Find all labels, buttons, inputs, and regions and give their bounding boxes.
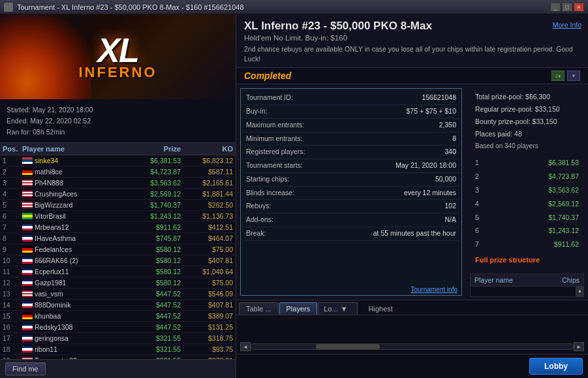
right-table-scrollbar[interactable]: ▲ ▼ [576,287,583,297]
ko-cell: $131.25 [181,323,233,331]
scroll-left-arrow[interactable]: ◄ [240,342,251,351]
details-table: Tournament ID: 156621048 Buy-in: $75 + $… [241,89,461,284]
fire-decoration [0,14,91,99]
more-info-link[interactable]: More Info [553,21,581,29]
detail-value: 102 [444,201,456,212]
prize-mini-row: 6 $1,243.12 [475,224,579,238]
name-cell: VitorBrasil [22,212,129,220]
table-row[interactable]: 17 geringonsa $321.55 $318.75 [0,333,236,344]
tab-players[interactable]: Players [279,302,318,315]
close-button[interactable]: ✕ [574,3,584,12]
ran-for: Ran for: 08h 52min [7,127,229,138]
table-row[interactable]: 4 CrushingAces $2,569.12 $1,881.44 [0,189,236,200]
table-row[interactable]: 6 VitorBrasil $1,243.12 $1,136.73 [0,211,236,222]
total-prize: Total prize-pool: $66,300 [475,91,579,103]
tournament-info-link[interactable]: Tournament info [241,284,461,295]
prize-mini-row: 1 $6,381.53 [475,156,579,170]
pos-cell: 14 [3,301,22,309]
header-prize: Prize [129,145,181,153]
horizontal-scrollbar[interactable]: ◄ ► [236,339,588,354]
detail-value: 50,000 [435,174,456,185]
table-row[interactable]: 10 666RAK66 (2) $580.12 $407.81 [0,255,236,266]
name-cell: ribon11 [22,345,129,353]
name-cell: 888Dominik [22,301,129,309]
window-controls[interactable]: _ □ ✕ [550,3,584,12]
detail-label: Registered players: [246,147,305,157]
player-name: Ph4N888 [35,179,63,187]
flag-icon [22,246,33,253]
prize-cell: $6,381.53 [129,157,181,165]
ko-cell: $546.09 [181,290,233,298]
ko-cell: $412.51 [181,223,233,231]
ko-cell: $75.00 [181,245,233,253]
h-scroll-track[interactable] [251,343,574,350]
detail-label: Starting chips: [246,174,290,185]
table-row[interactable]: 3 Ph4N888 $3,563.62 $2,165.61 [0,178,236,189]
left-panel: XL INFERNO Started: May 21, 2020 18:00 E… [0,14,236,378]
name-cell: mathi8ce [22,168,129,176]
scroll-right-arrow[interactable]: ► [574,342,584,351]
player-name: VitorBrasil [35,212,66,220]
tab-table[interactable]: Table ... [239,302,279,315]
ko-cell: $6,823.12 [181,157,233,165]
name-cell: Ecperlux11 [22,268,129,276]
scroll-down-arrow[interactable]: ▼ [576,296,583,297]
player-name: Redsky1308 [35,323,72,331]
pos-cell: 9 [3,245,22,253]
detail-row: Starting chips: 50,000 [243,173,459,187]
pos-cell: 6 [3,212,22,220]
tabs-bar: Table ... Players Lo... ▼ Highest [236,300,588,315]
prize-amount: $1,740.37 [548,212,579,224]
table-row[interactable]: 16 Redsky1308 $447.52 $131.25 [0,322,236,333]
table-row[interactable]: 12 Gazp1981 $580.12 $75.00 [0,277,236,289]
maximize-button[interactable]: □ [562,3,572,12]
prize-cell: $447.52 [129,301,181,309]
ended-date: Ended: May 22, 2020 02:52 [7,116,229,127]
ko-cell: $318.75 [181,334,233,342]
table-row[interactable]: 18 ribon11 $321.55 $93.75 [0,344,236,355]
table-row[interactable]: 8 IHaveAsthma $745.87 $464.07 [0,233,236,244]
table-row[interactable]: 9 FedelanIces $580.12 $75.00 [0,244,236,255]
table-row[interactable]: 1 sinke34 $6,381.53 $6,823.12 [0,155,236,166]
name-cell: khunbaa [22,312,129,320]
table-row[interactable]: 2 mathi8ce $4,723.87 $587.11 [0,166,236,178]
name-cell: Gazp1981 [22,279,129,287]
pos-cell: 11 [3,268,22,276]
lobby-button[interactable]: Lobby [529,358,583,375]
ko-cell: $407.81 [181,301,233,309]
prize-cell: $580.12 [129,279,181,287]
table-row[interactable]: 5 BigWizzzard $1,740.37 $262.50 [0,200,236,211]
players-table-body[interactable]: 1 sinke34 $6,381.53 $6,823.12 2 mathi8ce… [0,155,236,359]
header-pos: Pos. [3,145,22,153]
pos-cell: 2 [3,168,22,176]
minimize-button[interactable]: _ [550,3,561,12]
table-row[interactable]: 14 888Dominik $447.52 $407.81 [0,300,236,311]
prize-cell: $321.55 [129,334,181,342]
flag-icon [22,279,33,286]
ko-cell: $93.75 [181,345,233,353]
scroll-up-arrow[interactable]: ▲ [576,287,583,296]
flag-icon [22,202,33,208]
right-info: Total prize-pool: $66,300 Regular prize-… [466,84,588,300]
ko-cell: $389.07 [181,312,233,320]
table-row[interactable]: 15 khunbaa $447.52 $389.07 [0,311,236,322]
table-row[interactable]: 13 vasi_vsm $447.52 $546.09 [0,289,236,300]
detail-row: Buy-in: $75 + $75 + $10 [243,105,459,119]
player-name: FedelanIces [35,245,72,253]
detail-label: Rebuys: [246,201,271,212]
middle-section: Tournament ID: 156621048 Buy-in: $75 + $… [236,84,588,300]
tab-lo-dropdown[interactable]: Lo... ▼ [318,302,357,315]
find-me-button[interactable]: Find me [5,362,46,375]
player-name: Ecperlux11 [35,268,69,276]
table-row[interactable]: 11 Ecperlux11 $580.12 $1,040.64 [0,266,236,277]
table-row[interactable]: 7 Mrbeans12 $911.62 $412.51 [0,222,236,233]
status-row: Completed 2♦ ▼ [236,68,588,84]
prize-cell: $447.52 [129,323,181,331]
header-ko: KO [181,145,233,153]
right-table-header: Player name Chips [471,274,583,287]
player-name: 888Dominik [35,301,70,309]
player-name: vasi_vsm [35,290,63,298]
pos-cell: 5 [3,201,22,209]
full-prize-structure-link[interactable]: Full prize structure [475,254,579,267]
name-cell: Mrbeans12 [22,223,129,231]
